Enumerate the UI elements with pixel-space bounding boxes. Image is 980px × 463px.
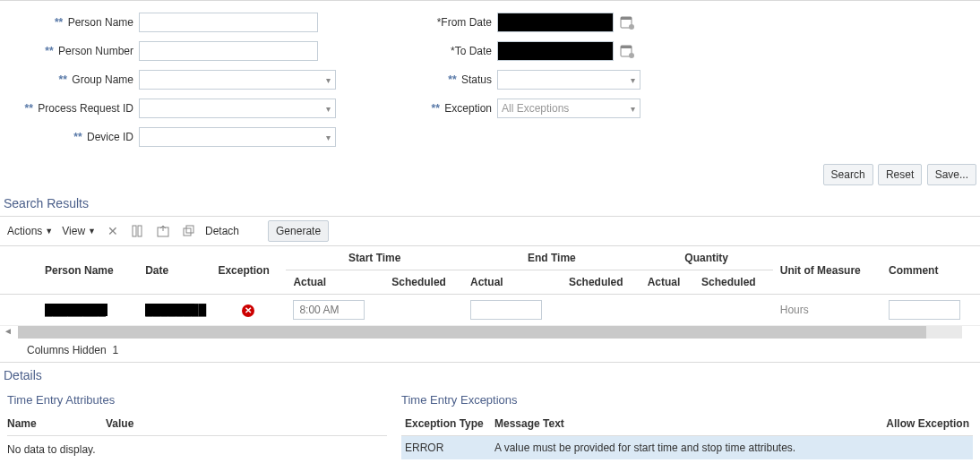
label-from-date: From Date xyxy=(441,16,492,29)
device-id-select[interactable] xyxy=(139,127,336,147)
label-device-id: Device ID xyxy=(87,131,133,143)
col-quantity[interactable]: Quantity xyxy=(640,246,773,270)
svg-rect-9 xyxy=(184,228,191,236)
person-number-input[interactable] xyxy=(139,41,318,61)
cell-date: ████████ xyxy=(145,304,194,316)
col-qty-actual[interactable]: Actual xyxy=(640,270,694,295)
time-entry-attributes-title: Time Entry Attributes xyxy=(7,388,387,412)
col-end-actual[interactable]: Actual xyxy=(463,270,562,295)
col-qty-scheduled[interactable]: Scheduled xyxy=(694,270,773,295)
cell-uom: Hours xyxy=(773,295,881,326)
comment-input[interactable] xyxy=(889,300,960,320)
col-start-time[interactable]: Start Time xyxy=(286,246,463,270)
view-menu[interactable]: View ▼ xyxy=(62,225,96,237)
save-button[interactable]: Save... xyxy=(927,164,976,185)
to-date-input[interactable] xyxy=(497,41,614,61)
results-table: Person Name Date Exception Start Time En… xyxy=(0,246,980,326)
person-name-input[interactable] xyxy=(139,13,318,32)
svg-rect-4 xyxy=(621,46,632,48)
status-select[interactable] xyxy=(497,70,640,90)
group-name-select[interactable] xyxy=(139,70,336,90)
col-start-actual[interactable]: Actual xyxy=(286,270,384,295)
svg-rect-6 xyxy=(133,226,136,236)
calendar-icon[interactable] xyxy=(619,43,635,59)
exc-cell-type: ERROR xyxy=(401,436,491,460)
col-end-scheduled[interactable]: Scheduled xyxy=(562,270,640,295)
close-icon[interactable]: ✕ xyxy=(105,223,121,239)
label-group-name: Group Name xyxy=(72,73,133,86)
error-icon: ✕ xyxy=(242,304,254,317)
col-start-scheduled[interactable]: Scheduled xyxy=(384,270,463,295)
attr-col-value[interactable]: Value xyxy=(106,417,387,430)
label-status: Status xyxy=(461,73,492,86)
horizontal-scrollbar[interactable] xyxy=(18,326,962,339)
svg-point-5 xyxy=(629,53,634,58)
actions-menu[interactable]: Actions ▼ xyxy=(7,225,53,237)
exception-row[interactable]: ERROR A value must be provided for start… xyxy=(401,436,973,460)
search-results-title: Search Results xyxy=(0,191,980,216)
exc-col-msg[interactable]: Message Text xyxy=(491,412,865,436)
search-form: ** Person Name ** Person Number ** Group… xyxy=(0,1,980,159)
details-title: Details xyxy=(0,363,980,388)
label-exception: Exception xyxy=(444,102,492,115)
attr-col-name[interactable]: Name xyxy=(7,417,106,430)
detach-icon[interactable] xyxy=(180,223,196,239)
detach-button[interactable]: Detach xyxy=(205,225,239,237)
exc-cell-msg: A value must be provided for start time … xyxy=(491,436,865,460)
col-comment[interactable]: Comment xyxy=(881,246,980,295)
svg-rect-1 xyxy=(621,17,632,20)
label-process-request-id: Process Request ID xyxy=(38,102,133,115)
reset-button[interactable]: Reset xyxy=(878,164,922,185)
cell-person-name: ████████ xyxy=(45,304,107,316)
svg-rect-10 xyxy=(186,226,193,233)
label-person-number: Person Number xyxy=(58,45,133,57)
exc-col-allow[interactable]: Allow Exception xyxy=(865,412,973,436)
table-row[interactable]: ████████ ████████ ✕ Hours xyxy=(0,295,980,326)
col-exception[interactable]: Exception xyxy=(211,246,286,295)
calendar-icon[interactable] xyxy=(619,14,635,30)
start-actual-input[interactable] xyxy=(293,300,365,320)
columns-icon[interactable] xyxy=(130,223,146,239)
columns-hidden-note: Columns Hidden 1 xyxy=(0,339,980,362)
exceptions-table: Exception Type Message Text Allow Except… xyxy=(401,412,973,459)
svg-rect-7 xyxy=(138,226,142,236)
generate-button[interactable]: Generate xyxy=(268,220,329,242)
export-icon[interactable] xyxy=(155,223,171,239)
from-date-input[interactable] xyxy=(497,13,614,32)
results-toolbar: Actions ▼ View ▼ ✕ Detach Generate xyxy=(0,216,980,246)
exception-select[interactable] xyxy=(497,99,640,118)
col-uom[interactable]: Unit of Measure xyxy=(773,246,881,295)
exc-col-type[interactable]: Exception Type xyxy=(401,412,491,436)
no-data-message: No data to display. xyxy=(7,436,387,463)
search-button[interactable]: Search xyxy=(823,164,873,185)
end-actual-input[interactable] xyxy=(470,300,542,320)
process-request-id-select[interactable] xyxy=(139,99,336,118)
label-to-date: To Date xyxy=(455,45,492,57)
col-end-time[interactable]: End Time xyxy=(463,246,640,270)
label-person-name: Person Name xyxy=(68,16,133,29)
svg-point-2 xyxy=(629,24,634,30)
col-date[interactable]: Date xyxy=(138,246,211,295)
time-entry-exceptions-title: Time Entry Exceptions xyxy=(401,388,973,412)
col-person-name[interactable]: Person Name xyxy=(0,246,138,295)
